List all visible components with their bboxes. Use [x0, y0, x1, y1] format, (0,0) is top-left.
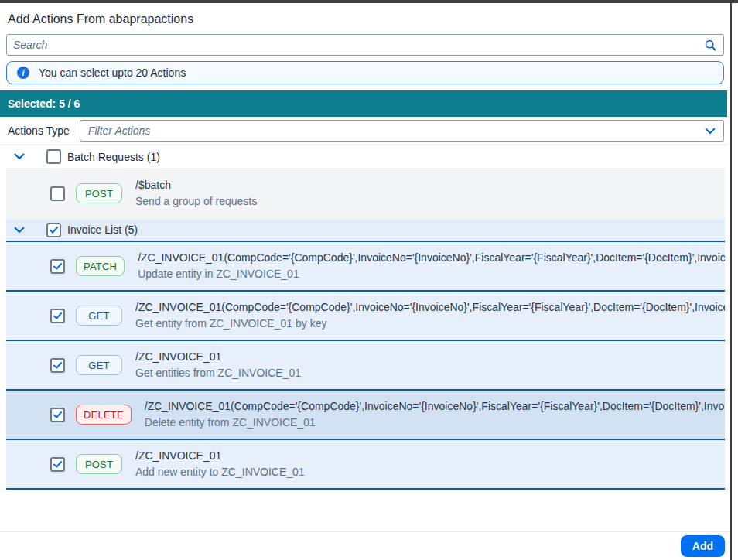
window-right-border [730, 3, 732, 560]
method-badge: GET [76, 306, 122, 326]
action-description: Get entities from ZC_INVOICE_01 [135, 365, 725, 381]
action-text: /ZC_INVOICE_01(CompCode='{CompCode}',Inv… [145, 398, 725, 431]
dialog-title: Add Actions From abaprapactions [0, 3, 727, 34]
selected-count-bar: Selected: 5 / 6 [0, 90, 727, 117]
action-path: /ZC_INVOICE_01(CompCode='{CompCode}',Inv… [138, 250, 725, 266]
filter-actions-select[interactable]: Filter Actions [80, 120, 724, 142]
checkbox-checked[interactable] [50, 309, 65, 323]
action-description: Update entity in ZC_INVOICE_01 [138, 266, 725, 282]
chevron-down-icon[interactable] [6, 153, 32, 160]
actions-type-label: Actions Type [0, 125, 70, 137]
action-description: Add new entity to ZC_INVOICE_01 [135, 464, 725, 480]
search-input[interactable] [7, 39, 698, 51]
action-row[interactable]: PATCH/ZC_INVOICE_01(CompCode='{CompCode}… [6, 242, 725, 292]
action-text: /ZC_INVOICE_01(CompCode='{CompCode}',Inv… [138, 250, 725, 282]
action-description: Get entity from ZC_INVOICE_01 by key [135, 316, 725, 332]
checkbox-unchecked[interactable] [46, 149, 61, 164]
chevron-down-icon[interactable] [697, 128, 723, 135]
action-path: /$batch [135, 177, 725, 193]
action-description: Delete entity from ZC_INVOICE_01 [145, 415, 725, 431]
method-badge: POST [76, 183, 122, 203]
action-text: /$batchSend a group of requests [135, 177, 725, 210]
action-path: /ZC_INVOICE_01 [135, 448, 725, 464]
filter-row: Actions Type Filter Actions [0, 117, 727, 145]
action-path: /ZC_INVOICE_01(CompCode='{CompCode}',Inv… [135, 299, 725, 316]
filter-actions-placeholder: Filter Actions [80, 125, 697, 137]
action-row[interactable]: DELETE/ZC_INVOICE_01(CompCode='{CompCode… [6, 391, 725, 440]
action-row[interactable]: POST/ZC_INVOICE_01Add new entity to ZC_I… [6, 440, 725, 490]
action-text: /ZC_INVOICE_01Add new entity to ZC_INVOI… [135, 448, 725, 480]
search-icon[interactable] [698, 39, 723, 51]
action-description: Send a group of requests [135, 193, 725, 210]
action-path: /ZC_INVOICE_01 [135, 349, 725, 365]
action-row[interactable]: GET/ZC_INVOICE_01Get entities from ZC_IN… [6, 341, 725, 391]
checkbox-checked[interactable] [50, 259, 65, 274]
actions-list: Batch Requests (1)POST/$batchSend a grou… [0, 145, 727, 490]
info-banner: i You can select upto 20 Actions [6, 61, 724, 84]
group-header-row[interactable]: Invoice List (5) [6, 219, 725, 242]
method-badge: PATCH [76, 256, 125, 276]
footer: Add [0, 532, 727, 560]
group-header-row[interactable]: Batch Requests (1) [6, 145, 725, 168]
action-row[interactable]: GET/ZC_INVOICE_01(CompCode='{CompCode}',… [6, 292, 725, 341]
group-label: Batch Requests (1) [67, 151, 160, 163]
chevron-down-icon[interactable] [6, 227, 32, 234]
checkbox-checked[interactable] [50, 358, 65, 373]
action-text: /ZC_INVOICE_01(CompCode='{CompCode}',Inv… [135, 299, 725, 332]
action-text: /ZC_INVOICE_01Get entities from ZC_INVOI… [135, 349, 725, 381]
checkbox-unchecked[interactable] [50, 186, 65, 201]
add-button[interactable]: Add [681, 535, 725, 557]
search-box [6, 34, 724, 56]
method-badge: POST [76, 454, 122, 474]
checkbox-checked[interactable] [50, 408, 65, 422]
info-banner-text: You can select upto 20 Actions [39, 67, 186, 79]
action-path: /ZC_INVOICE_01(CompCode='{CompCode}',Inv… [145, 398, 725, 415]
method-badge: DELETE [76, 405, 132, 425]
method-badge: GET [76, 355, 122, 375]
checkbox-checked[interactable] [46, 223, 61, 237]
checkbox-checked[interactable] [50, 457, 65, 472]
info-icon: i [17, 67, 29, 79]
add-actions-dialog: Add Actions From abaprapactions i You ca… [0, 3, 727, 560]
group-label: Invoice List (5) [67, 224, 138, 236]
action-row[interactable]: POST/$batchSend a group of requests [6, 168, 725, 219]
